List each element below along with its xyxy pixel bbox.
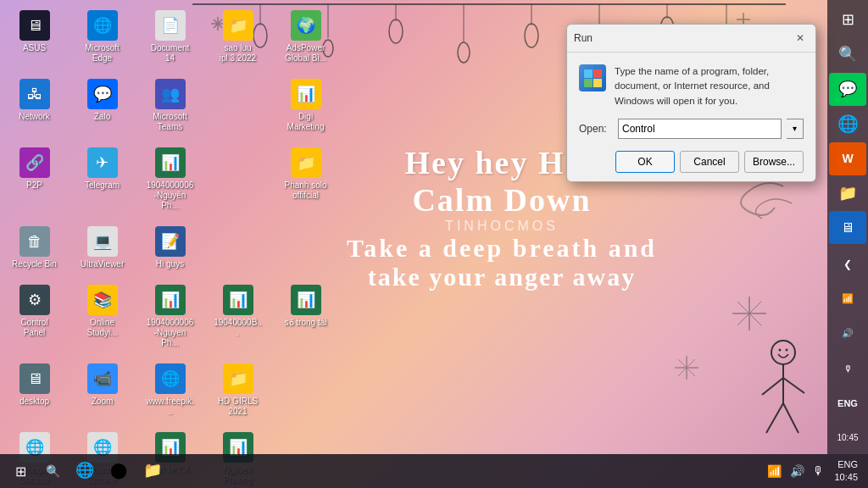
desktop-icon-web-27[interactable]: 🌐www.freepik... <box>142 360 198 420</box>
desktop-icon-p2p-10[interactable]: 🔗P2P <box>7 144 62 214</box>
icon-image-10: 🔗 <box>19 147 50 178</box>
run-close-button[interactable]: ✕ <box>792 30 809 47</box>
sidebar-wifi-icon: 📶 <box>829 282 866 315</box>
taskbar-tray: 📶 🔊 🎙 ENG 10:45 <box>758 458 868 485</box>
run-browse-button[interactable]: Browse... <box>744 151 804 173</box>
icon-label-16: UltraViewer <box>81 259 125 269</box>
desktop-icon-zoom-26[interactable]: 📹Zoom <box>75 360 130 420</box>
desktop-icon-asus-0[interactable]: 🖥ASUS <box>7 7 62 67</box>
icon-label-1: Microsoft Edge <box>78 43 126 64</box>
svg-rect-42 <box>593 79 602 87</box>
sidebar-zalo-icon[interactable]: 💬 <box>829 73 866 106</box>
icon-label-22: 1904000006-Nguyen Ph... <box>146 318 194 348</box>
desktop-icon-recycle-15[interactable]: 🗑Recycle Bin <box>7 223 62 273</box>
sidebar-search-icon[interactable]: 🔍 <box>829 38 866 71</box>
run-input-field[interactable] <box>618 119 782 139</box>
run-title: Run <box>574 32 593 44</box>
icon-label-11: Telegram <box>85 180 120 191</box>
svg-rect-41 <box>584 79 593 87</box>
sidebar-office-icon[interactable]: W <box>829 142 866 175</box>
tray-mic-icon[interactable]: 🎙 <box>810 464 827 478</box>
icon-label-23: 19040000B... <box>214 318 262 338</box>
icon-image-14: 📁 <box>291 147 321 178</box>
icon-image-1: 🌐 <box>87 10 118 41</box>
start-button[interactable]: ⊞ <box>0 454 41 488</box>
tray-volume-icon[interactable]: 🔊 <box>787 464 807 478</box>
tray-lang: ENG <box>834 458 858 471</box>
icon-image-21: 📚 <box>87 285 118 315</box>
desktop-icon-ultra-16[interactable]: 💻UltraViewer <box>75 223 130 273</box>
icon-image-26: 📹 <box>87 363 118 394</box>
icon-label-25: desktop <box>19 396 49 407</box>
desktop-icon-folder-14[interactable]: 📁Phanh solo offifcial <box>278 144 333 214</box>
desktop-icon-excel-24[interactable]: 📊số trong tài <box>278 281 333 352</box>
run-ok-button[interactable]: OK <box>615 151 675 173</box>
icon-image-25: 🖥 <box>19 363 50 394</box>
desktop-icon-excel-12[interactable]: 📊1904000006-Nguyên Ph... <box>142 144 198 214</box>
desktop-icon-desktop-25[interactable]: 🖥desktop <box>7 360 62 420</box>
icon-image-28: 📁 <box>223 363 253 394</box>
icon-label-10: P2P <box>26 180 42 191</box>
svg-rect-40 <box>593 69 602 78</box>
desktop-icon-folder-21[interactable]: 📚Online Studyi... <box>75 281 130 352</box>
desktop-icon-network-5[interactable]: 🖧Network <box>7 75 62 136</box>
desktop-icon-folder-3[interactable]: 📁sao luu ipl.3.2022 <box>210 7 265 67</box>
desktop-icon-doc-2[interactable]: 📄Document 14 <box>142 7 198 67</box>
desktop-icon-telegram-11[interactable]: ✈Telegram <box>75 144 130 214</box>
desktop-icon-empty-13[interactable] <box>210 144 265 214</box>
sidebar-edge-icon[interactable]: 🌐 <box>829 108 866 141</box>
icon-label-15: Recycle Bin <box>12 259 57 269</box>
sidebar-files-icon[interactable]: 📁 <box>829 177 866 210</box>
icon-label-24: số trong tài <box>285 318 327 328</box>
sidebar-mic-icon: 🎙 <box>829 352 866 385</box>
taskbar-clock[interactable]: ENG 10:45 <box>831 458 861 485</box>
icon-label-0: ASUS <box>23 43 46 53</box>
icon-label-7: Microsoft Teams <box>146 112 194 132</box>
icon-label-9: Digi Marketing <box>281 112 330 132</box>
sidebar-time-label: 10:45 <box>829 421 866 454</box>
desktop-icon-excel-22[interactable]: 📊1904000006-Nguyen Ph... <box>142 281 198 352</box>
desktop-icon-folder-9[interactable]: 📊Digi Marketing <box>278 75 333 136</box>
desktop-icon-empty-18[interactable] <box>210 223 265 273</box>
run-description: Type the name of a program, folder, docu… <box>615 64 804 108</box>
desktop-icon-empty-8[interactable] <box>210 75 265 136</box>
desktop-icon-folder-28[interactable]: 📁HD GIRLS 2021 <box>210 360 265 420</box>
run-icon <box>579 64 606 92</box>
tray-wifi-icon[interactable]: 📶 <box>765 464 784 478</box>
taskbar-search-icon[interactable]: 🔍 <box>41 454 64 488</box>
run-dropdown-button[interactable]: ▾ <box>787 119 804 139</box>
icon-image-0: 🖥 <box>19 10 50 41</box>
desktop-icon-ctrl-20[interactable]: ⚙Control Panel <box>7 281 62 352</box>
run-cancel-button[interactable]: Cancel <box>680 151 739 173</box>
taskbar-folder-app[interactable]: 📁 <box>136 454 170 488</box>
taskbar-chrome-app[interactable]: ⬤ <box>102 454 136 488</box>
desktop-icon-edge-1[interactable]: 🌐Microsoft Edge <box>75 7 130 67</box>
desktop-icon-empty-19[interactable] <box>278 223 333 273</box>
icon-image-27: 🌐 <box>155 363 186 394</box>
sidebar-remote-icon[interactable]: 🖥 <box>829 211 866 244</box>
icon-label-14: Phanh solo offifcial <box>281 180 330 201</box>
desktop-icon-zalo-6[interactable]: 💬Zalo <box>75 75 130 136</box>
icon-image-12: 📊 <box>155 147 186 178</box>
desktop-icon-globe-4[interactable]: 🌍AdsPower Global Bi... <box>278 7 333 67</box>
desktop-icon-word-17[interactable]: 📝Hi guys <box>142 223 198 273</box>
icon-image-23: 📊 <box>223 285 253 315</box>
icon-image-3: 📁 <box>223 10 253 41</box>
sidebar-start-icon[interactable]: ⊞ <box>829 3 866 36</box>
taskbar: ⊞ 🔍 🌐 ⬤ 📁 📶 🔊 🎙 ENG 10:45 <box>0 454 868 488</box>
desktop-icon-excel-23[interactable]: 📊19040000B... <box>210 281 265 352</box>
desktop-icon-teams-7[interactable]: 👥Microsoft Teams <box>142 75 198 136</box>
run-titlebar: Run ✕ <box>567 25 815 53</box>
desktop-icon-empty-29[interactable] <box>278 360 333 420</box>
taskbar-edge-app[interactable]: 🌐 <box>68 454 102 488</box>
icon-label-6: Zalo <box>94 112 110 122</box>
icon-image-4: 🌍 <box>291 10 321 41</box>
icon-image-29 <box>291 363 321 394</box>
icon-image-17: 📝 <box>155 226 186 257</box>
icon-image-6: 💬 <box>87 79 118 109</box>
sidebar-collapse-btn[interactable]: ❮ <box>829 247 866 280</box>
icon-image-5: 🖧 <box>19 79 50 109</box>
sidebar-volume-icon: 🔊 <box>829 317 866 350</box>
icon-image-18 <box>223 226 253 257</box>
icon-label-26: Zoom <box>92 396 114 407</box>
